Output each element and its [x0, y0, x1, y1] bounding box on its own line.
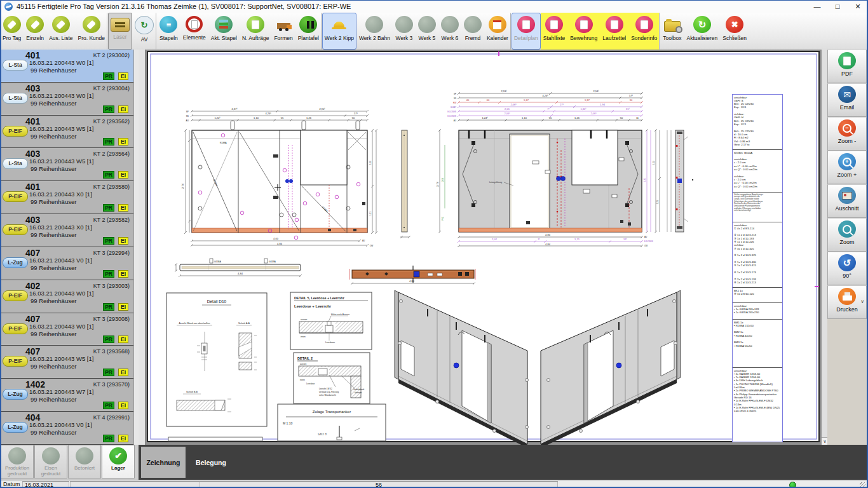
rightbar-button-zoom[interactable]: −Zoom - [827, 117, 867, 151]
svg-text:1,21: 1,21 [369, 212, 372, 215]
toolbar-button-pro-kunde[interactable]: Pro. Kunde [75, 13, 107, 50]
drawing-viewport[interactable]: R188A G338A G339A 2,37¹ 2,90¹ 4,26¹ 57¹ … [139, 50, 821, 445]
rightbar-button-label: Zoom [839, 239, 854, 245]
svg-text:OW: OW [370, 245, 373, 247]
close-button[interactable]: ✕ [848, 0, 868, 13]
toolbar-button-plantafel[interactable]: Plantafel [295, 13, 322, 50]
toolbar-button-werk-2-kipp[interactable]: Werk 2 Kipp [322, 13, 356, 50]
toolbar-button-bewehrung[interactable]: Bewehrung [567, 13, 600, 50]
toolbar-button-formen[interactable]: Formen [271, 13, 295, 50]
toolbar-button-sonderinfo[interactable]: Sonderinfo [628, 13, 660, 50]
rightbar-button-zoom[interactable]: +Zoom + [827, 151, 867, 184]
toolbar-button-einzeln[interactable]: Einzeln [24, 13, 46, 50]
toolbar-button-detailplan[interactable]: Detailplan [512, 13, 541, 50]
toolbar-button-aus-liste[interactable]: Aus. Liste [46, 13, 75, 50]
svg-text:4,00: 4,00 [273, 237, 279, 240]
toolbar-button-werk-2-bahn[interactable]: Werk 2 Bahn [356, 13, 393, 50]
drawing-left-scrollbar[interactable] [139, 50, 146, 445]
document-icon [606, 16, 623, 33]
list-item[interactable]: 402KT 3 (293003)P-EIF16.03.21 200443 W0 … [0, 280, 133, 313]
list-item[interactable]: 407KT 3 (293568)P-EIF16.03.21 200443 W5 … [0, 346, 133, 379]
ei-badge: EI [118, 303, 128, 311]
tab-zeichnung[interactable]: Zeichnung [141, 447, 186, 478]
list-item[interactable]: 403KT 2 (293004)L-Sta16.03.21 200443 W0 … [0, 83, 133, 116]
toolbar-button-elemente[interactable]: Elemente [180, 13, 208, 50]
toolbar-button-werk-5[interactable]: Werk 5 [416, 13, 438, 50]
toolbar-button-schlie-en[interactable]: ✖Schließen [720, 13, 749, 50]
toolbar-button-laufzettel[interactable]: Laufzettel [600, 13, 628, 50]
plant-circle-icon [441, 16, 459, 33]
toolbar-button-werk-3[interactable]: Werk 3 [393, 13, 416, 50]
toolbar-button-stapeln[interactable]: ≡Stapeln [157, 13, 180, 50]
tab-belegung[interactable]: Belegung [187, 447, 235, 478]
element-type-pill: P-EIF [3, 126, 28, 137]
list-item[interactable]: 401KT 2 (293580)P-EIF16.03.21 200443 X0 … [0, 181, 133, 214]
toolbar-button-label: Laser [113, 34, 126, 40]
toolbar-button-pro-tag[interactable]: Pro Tag [0, 13, 24, 50]
toolbar-button-label: AV [141, 36, 148, 43]
crop-icon [838, 187, 856, 204]
element-kt-id: KT 3 (293003) [93, 283, 130, 289]
bottom-button-produktion-gedruckt: Produktion gedruckt [1, 445, 34, 478]
toolbar-button-akt-stapel[interactable]: Akt. Stapel [208, 13, 240, 50]
list-item[interactable]: 401KT 2 (293562)P-EIF16.03.21 200443 W5 … [0, 116, 133, 149]
rightbar-button-auschnitt[interactable]: Auschnitt [827, 184, 867, 218]
element-date-line: 16.03.21 200443 W5 [1] [29, 158, 93, 165]
bottom-button-label: Eisen gedruckt [35, 465, 67, 477]
toolbar-button-aktualisieren[interactable]: ↻Aktualisieren [684, 13, 721, 50]
svg-text:2,01: 2,01 [505, 107, 510, 111]
svg-text:2,06¹: 2,06¹ [504, 112, 510, 115]
toolbar-button-label: N. Aufträge [242, 35, 269, 41]
svg-text:1,26: 1,26 [574, 116, 580, 119]
toolbar-button-label: Aus. Liste [49, 35, 72, 41]
close-red-icon: ✖ [726, 16, 743, 33]
list-item[interactable]: 404KT 4 (292991)L-Zug16.03.21 200443 V0 … [0, 412, 133, 445]
element-list: 401KT 2 (293002)L-Sta16.03.21 200443 W0 … [0, 50, 133, 445]
toolbar-button-n-auftr-ge[interactable]: N. Aufträge [240, 13, 272, 50]
av-gauge-icon: ↻ [135, 16, 154, 34]
bottom-button-lager[interactable]: ✔Lager [102, 445, 135, 478]
rightbar-button-zoom[interactable]: Zoom [827, 218, 867, 252]
minimize-button[interactable]: — [807, 0, 827, 13]
technical-drawing: R188A G338A G339A 2,37¹ 2,90¹ 4,26¹ 57¹ … [139, 50, 821, 445]
toolbar-button-label: Schließen [722, 35, 747, 41]
list-item[interactable]: 407KT 3 (292994)L-Zug16.03.21 200443 V0 … [0, 247, 133, 280]
rightbar-button-label: Drucken [836, 306, 858, 313]
svg-text:Hülse nach Aussen: Hülse nach Aussen [331, 313, 349, 316]
list-item[interactable]: 1402KT 3 (293570)L-Zug16.03.21 200443 W7… [0, 379, 133, 412]
element-project-line: 99 Reihenhäuser [31, 297, 76, 304]
svg-text:1,71: 1,71 [574, 238, 580, 241]
toolbar-button-fremd[interactable]: Fremd [461, 13, 484, 50]
element-kt-id: KT 3 (293568) [93, 348, 130, 355]
toolbar-button-werk-6[interactable]: Werk 6 [438, 13, 461, 50]
element-type-pill: L-Zug [3, 389, 28, 400]
svg-text:1,87: 1,87 [585, 98, 590, 102]
detail-5: DETAIL 5, Leerdose + Leerrohr Leerdose +… [290, 292, 372, 349]
list-item[interactable]: 401KT 2 (293002)L-Sta16.03.21 200443 W0 … [0, 50, 133, 83]
check-icon: ✔ [109, 447, 127, 464]
rightbar-button-pdf[interactable]: PDF [827, 50, 867, 83]
toolbar-button-stahlliste[interactable]: Stahlliste [541, 13, 568, 50]
email-icon: ✉ [838, 86, 856, 103]
element-project-line: 99 Reihenhäuser [31, 231, 76, 238]
toolbar-button-laser[interactable]: Laser [108, 13, 132, 50]
list-item[interactable]: 403KT 2 (293582)P-EIF16.03.21 200443 X0 … [0, 214, 133, 247]
svg-text:1,21: 1,21 [656, 200, 659, 204]
toolbar: Pro TagEinzelnAus. ListePro. KundeLaser↻… [0, 13, 868, 50]
element-date-line: 16.03.21 200443 V0 [1] [29, 421, 92, 428]
svg-text:2,06¹: 2,06¹ [510, 103, 517, 106]
element-kt-id: KT 3 (292994) [93, 250, 130, 256]
toolbar-button-av[interactable]: ↻AV [132, 13, 156, 50]
toolbar-button-kalender[interactable]: Kalender [484, 13, 511, 50]
rightbar-button-email[interactable]: ✉Email [827, 83, 867, 117]
svg-text:vertikale Ltg.-Führung: vertikale Ltg.-Führung [319, 391, 339, 393]
truck-icon [275, 16, 292, 33]
rightbar-button-90[interactable]: ↺90° [827, 252, 867, 285]
chevron-down-icon[interactable]: ∨ [860, 299, 864, 304]
toolbar-button-toolbox[interactable]: Toolbox [660, 13, 684, 50]
rightbar-button-drucken[interactable]: Drucken∨ [827, 285, 867, 319]
maximize-button[interactable]: □ [827, 0, 848, 13]
list-item[interactable]: 403KT 2 (293564)L-Sta16.03.21 200443 W5 … [0, 148, 133, 181]
list-item[interactable]: 407KT 3 (293008)P-EIF16.03.21 200443 W0 … [0, 313, 133, 346]
element-kt-id: KT 2 (293564) [93, 151, 130, 157]
